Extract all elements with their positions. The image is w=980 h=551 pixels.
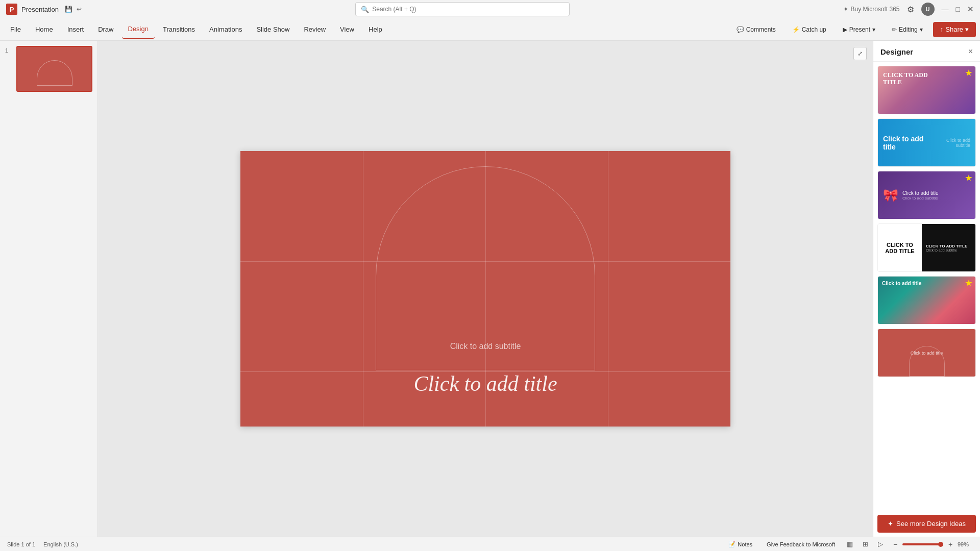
undo-icon[interactable]: ↩: [77, 6, 82, 13]
tab-design[interactable]: Design: [122, 20, 155, 39]
design-idea-6[interactable]: Click to add title: [877, 329, 976, 377]
settings-icon[interactable]: ⚙: [907, 5, 914, 14]
slide-subtitle-placeholder[interactable]: Click to add subtitle: [450, 342, 521, 351]
design-idea-1-title: CLICK TO ADDTITLE: [883, 71, 928, 86]
premium-badge-1: [965, 69, 972, 77]
slide-thumbnail-1[interactable]: [16, 46, 92, 92]
design-idea-3-subtitle: Click to add subtitle: [902, 196, 970, 201]
tab-transitions[interactable]: Transitions: [157, 20, 201, 39]
reading-view-button[interactable]: ▷: [876, 540, 885, 549]
editing-button[interactable]: ✏ Editing ▾: [886, 22, 929, 37]
language-info: English (U.S.): [43, 541, 78, 547]
main-area: 1 ⤢ Click to add subtitle: [0, 41, 980, 537]
expand-icon: ⤢: [857, 50, 863, 57]
design-idea-6-title: Click to add title: [911, 350, 943, 356]
tab-help[interactable]: Help: [362, 20, 388, 39]
design-idea-4[interactable]: CLICK TO ADD TITLE CLICK TO ADD TITLE Cl…: [877, 223, 976, 272]
design-idea-1[interactable]: CLICK TO ADDTITLE: [877, 66, 976, 114]
tab-animations[interactable]: Animations: [203, 20, 248, 39]
sparkle-icon: ✦: [888, 520, 893, 528]
design-idea-2-title: Click to addtitle: [883, 135, 946, 151]
slide-sorter-button[interactable]: ⊞: [861, 540, 870, 549]
design-idea-4-title: CLICK TO ADD TITLE: [883, 242, 917, 254]
app-name: Presentation: [21, 6, 59, 13]
zoom-slider[interactable]: [902, 543, 943, 545]
share-icon: ↑: [940, 26, 944, 33]
buy-ms365-button[interactable]: ✦ Buy Microsoft 365: [843, 6, 899, 13]
design-idea-4-r-title: CLICK TO ADD TITLE: [926, 244, 967, 248]
present-icon: ▶: [843, 26, 847, 33]
zoom-level: 99%: [958, 541, 973, 547]
comments-button[interactable]: 💬 Comments: [730, 22, 782, 37]
canvas-area: ⤢ Click to add subtitle Click to add tit…: [98, 41, 873, 537]
editing-chevron-icon: ▾: [920, 26, 923, 33]
design-idea-5[interactable]: Click to add title: [877, 276, 976, 324]
notes-button[interactable]: 📝 Notes: [724, 539, 756, 550]
tab-draw[interactable]: Draw: [92, 20, 119, 39]
designer-panel: Designer × CLICK TO ADDTITLE Click to ad…: [873, 41, 980, 537]
normal-view-button[interactable]: ▦: [845, 540, 854, 549]
slide-canvas[interactable]: Click to add subtitle Click to add title: [240, 151, 730, 427]
editing-icon: ✏: [892, 26, 897, 33]
feedback-button[interactable]: Give Feedback to Microsoft: [763, 539, 839, 550]
status-bar: Slide 1 of 1 English (U.S.) 📝 Notes Give…: [0, 537, 980, 551]
designer-close-button[interactable]: ×: [968, 47, 973, 56]
present-chevron-icon: ▾: [872, 26, 875, 33]
slide-info: Slide 1 of 1: [7, 541, 35, 547]
share-button[interactable]: ↑ Share ▾: [933, 22, 976, 37]
zoom-control: − + 99%: [891, 540, 973, 548]
search-icon: 🔍: [361, 6, 369, 13]
tab-review[interactable]: Review: [298, 20, 332, 39]
thumb-arch: [37, 60, 72, 86]
designer-header: Designer ×: [873, 41, 980, 62]
tab-insert[interactable]: Insert: [61, 20, 90, 39]
slide-title-placeholder[interactable]: Click to add title: [265, 371, 706, 396]
design-idea-3-title: Click to add title: [902, 190, 970, 196]
maximize-icon[interactable]: □: [956, 5, 960, 13]
premium-badge-3: [965, 174, 972, 182]
zoom-out-button[interactable]: −: [891, 540, 899, 548]
search-box[interactable]: 🔍: [355, 2, 570, 16]
see-more-design-ideas-button[interactable]: ✦ See more Design Ideas: [877, 515, 976, 533]
share-chevron-icon: ▾: [965, 26, 969, 33]
ribbon: File Home Insert Draw Design Transitions…: [0, 18, 980, 41]
tab-slideshow[interactable]: Slide Show: [250, 20, 296, 39]
design-idea-2-subtitle: Click to addsubtitle: [946, 138, 970, 148]
catchup-icon: ⚡: [792, 26, 800, 33]
notes-icon: 📝: [728, 541, 736, 547]
save-icon[interactable]: 💾: [65, 6, 72, 13]
designer-title: Designer: [880, 47, 913, 56]
zoom-thumb: [938, 542, 943, 547]
design-idea-2[interactable]: Click to addtitle Click to addsubtitle: [877, 118, 976, 167]
slide-arch: [376, 166, 595, 370]
design-idea-5-title: Click to add title: [882, 281, 921, 286]
expand-button[interactable]: ⤢: [853, 47, 867, 60]
design-idea-3[interactable]: 🎀 Click to add title Click to add subtit…: [877, 171, 976, 219]
avatar[interactable]: U: [921, 3, 935, 16]
minimize-icon[interactable]: —: [942, 5, 949, 13]
slide-number-1: 1: [5, 48, 8, 54]
zoom-in-button[interactable]: +: [946, 540, 954, 548]
ribbon-bow-icon: 🎀: [883, 188, 898, 203]
title-bar: P Presentation 💾 ↩ 🔍 ✦ Buy Microsoft 365…: [0, 0, 980, 18]
search-input[interactable]: [372, 6, 564, 13]
design-idea-4-subtitle: Click to add subtitle: [926, 248, 957, 252]
ms365-icon: ✦: [843, 6, 848, 13]
catchup-button[interactable]: ⚡ Catch up: [786, 22, 832, 37]
designer-ideas-list: CLICK TO ADDTITLE Click to addtitle Clic…: [873, 62, 980, 511]
tab-file[interactable]: File: [4, 20, 27, 39]
tab-view[interactable]: View: [334, 20, 360, 39]
app-icon: P: [6, 4, 17, 15]
comments-icon: 💬: [737, 26, 744, 33]
premium-badge-5: [965, 280, 972, 287]
tab-home[interactable]: Home: [29, 20, 59, 39]
slide-panel: 1: [0, 41, 98, 537]
present-button[interactable]: ▶ Present ▾: [837, 22, 881, 37]
close-icon[interactable]: ✕: [967, 5, 974, 14]
